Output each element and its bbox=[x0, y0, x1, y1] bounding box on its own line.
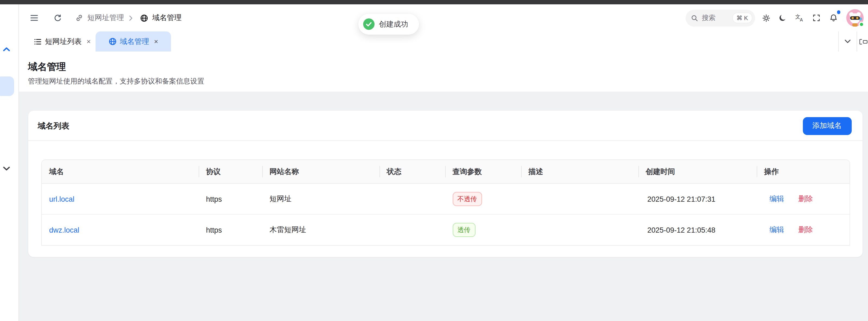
column-header-protocol: 协议 bbox=[198, 167, 262, 177]
delete-link[interactable]: 删除 bbox=[798, 225, 813, 235]
tabs-maximize-button[interactable] bbox=[859, 31, 868, 51]
query-param-badge: 透传 bbox=[453, 223, 475, 237]
protocol-cell: https bbox=[198, 195, 262, 203]
menu-toggle-button[interactable] bbox=[28, 12, 40, 24]
table-row: dwz.local https 木雷短网址 透传 2025-09-12 21:0… bbox=[41, 215, 849, 245]
globe-icon bbox=[140, 14, 148, 22]
toast-message: 创建成功 bbox=[379, 19, 408, 29]
refresh-button[interactable] bbox=[52, 12, 63, 24]
column-header-description: 描述 bbox=[521, 167, 638, 177]
header-separator bbox=[198, 166, 199, 177]
created-at-cell: 2025-09-12 21:05:48 bbox=[638, 226, 756, 234]
add-domain-button[interactable]: 添加域名 bbox=[803, 117, 851, 135]
breadcrumb-separator bbox=[127, 12, 134, 24]
tab-domain-management[interactable]: 域名管理 × bbox=[96, 31, 171, 51]
notification-dot bbox=[837, 10, 840, 14]
header: 短网址管理 域名管理 搜索 ⌘ K bbox=[19, 4, 868, 32]
page-title: 域名管理 bbox=[28, 60, 66, 73]
edit-link[interactable]: 编辑 bbox=[770, 225, 784, 235]
moon-icon bbox=[779, 14, 786, 22]
query-param-badge: 不透传 bbox=[453, 192, 482, 206]
chevron-up-icon bbox=[4, 48, 9, 50]
page-content: 域名列表 添加域名 域名 协议 网站名称 状态 查询参数 描述 创建时间 操作 bbox=[19, 92, 868, 321]
translate-icon: 文 A bbox=[795, 13, 804, 22]
svg-text:A: A bbox=[800, 17, 803, 22]
check-circle-icon bbox=[363, 19, 375, 30]
app-root: 短网址管理 域名管理 搜索 ⌘ K bbox=[0, 0, 868, 321]
site-name-cell: 木雷短网址 bbox=[262, 225, 379, 235]
column-header-domain: 域名 bbox=[41, 167, 198, 177]
menu-icon bbox=[30, 15, 38, 21]
search-shortcut-badge: ⌘ K bbox=[733, 13, 752, 23]
fullscreen-button[interactable] bbox=[810, 12, 823, 24]
toast-notification: 创建成功 bbox=[358, 13, 419, 35]
delete-link[interactable]: 删除 bbox=[798, 194, 813, 204]
column-header-created-at: 创建时间 bbox=[638, 167, 756, 177]
gear-icon bbox=[762, 14, 770, 22]
table-body: url.local https 短网址 不透传 2025-09-12 21:07… bbox=[41, 184, 849, 245]
header-separator bbox=[638, 166, 639, 177]
refresh-icon bbox=[54, 14, 62, 22]
tab-short-url-list[interactable]: 短网址列表 × bbox=[29, 31, 95, 51]
breadcrumb-current[interactable]: 域名管理 bbox=[152, 13, 182, 23]
globe-icon bbox=[108, 37, 117, 45]
table-row: url.local https 短网址 不透传 2025-09-12 21:07… bbox=[41, 184, 849, 215]
breadcrumb-section-icon bbox=[73, 12, 85, 24]
toggle-knob bbox=[376, 227, 386, 237]
breadcrumb-section[interactable]: 短网址管理 bbox=[87, 13, 124, 23]
fullscreen-icon bbox=[813, 14, 820, 22]
dark-mode-button[interactable] bbox=[777, 12, 789, 24]
chevron-right-icon bbox=[128, 15, 133, 21]
search-icon bbox=[691, 14, 698, 22]
header-separator bbox=[756, 166, 757, 177]
tab-bar: 短网址列表 × 域名管理 × bbox=[19, 31, 868, 52]
breadcrumb-current-icon bbox=[138, 12, 150, 24]
sidebar-active-item[interactable] bbox=[0, 76, 14, 96]
domain-list-card: 域名列表 添加域名 域名 协议 网站名称 状态 查询参数 描述 创建时间 操作 bbox=[28, 111, 862, 257]
tab-label: 短网址列表 bbox=[45, 37, 82, 46]
card-title: 域名列表 bbox=[38, 121, 69, 131]
list-icon bbox=[34, 38, 42, 45]
search-placeholder: 搜索 bbox=[702, 13, 733, 23]
created-at-cell: 2025-09-12 21:07:31 bbox=[638, 195, 756, 203]
column-header-query-param: 查询参数 bbox=[445, 167, 521, 177]
language-button[interactable]: 文 A bbox=[794, 12, 806, 24]
sidebar-expand-down-button[interactable] bbox=[2, 165, 11, 172]
domain-link[interactable]: dwz.local bbox=[49, 226, 79, 234]
sidebar-collapse-up-button[interactable] bbox=[2, 45, 11, 53]
search-input[interactable]: 搜索 ⌘ K bbox=[686, 9, 755, 26]
user-avatar[interactable] bbox=[846, 9, 864, 27]
domain-link[interactable]: url.local bbox=[49, 195, 74, 203]
header-separator bbox=[521, 166, 521, 177]
chevron-down-icon bbox=[4, 167, 9, 170]
domain-table: 域名 协议 网站名称 状态 查询参数 描述 创建时间 操作 bbox=[41, 159, 850, 246]
site-name-cell: 短网址 bbox=[262, 194, 379, 204]
tabbar-divider bbox=[857, 31, 857, 51]
window-top-strip bbox=[0, 0, 868, 4]
tab-close-icon[interactable]: × bbox=[154, 38, 158, 45]
card-header: 域名列表 添加域名 bbox=[28, 111, 862, 141]
notifications-button[interactable] bbox=[827, 12, 839, 24]
header-separator bbox=[379, 166, 380, 177]
table-header-row: 域名 协议 网站名称 状态 查询参数 描述 创建时间 操作 bbox=[41, 160, 849, 184]
sidebar-rail bbox=[0, 4, 19, 321]
column-header-status: 状态 bbox=[379, 167, 445, 177]
chevron-down-icon bbox=[844, 39, 851, 44]
protocol-cell: https bbox=[198, 226, 262, 234]
tab-close-icon[interactable]: × bbox=[87, 38, 91, 45]
toggle-knob bbox=[376, 196, 386, 206]
online-status-dot bbox=[859, 22, 864, 27]
bell-icon bbox=[829, 13, 837, 22]
header-separator bbox=[262, 166, 262, 177]
tab-label: 域名管理 bbox=[120, 37, 149, 46]
maximize-tabs-icon bbox=[859, 38, 868, 45]
header-separator bbox=[445, 166, 445, 177]
edit-link[interactable]: 编辑 bbox=[770, 194, 784, 204]
column-header-actions: 操作 bbox=[756, 167, 849, 177]
page-subtitle: 管理短网址使用的域名配置，支持多协议和备案信息设置 bbox=[28, 76, 205, 86]
link-icon bbox=[75, 14, 83, 22]
page-header: 域名管理 管理短网址使用的域名配置，支持多协议和备案信息设置 bbox=[19, 51, 868, 92]
column-header-site-name: 网站名称 bbox=[262, 167, 379, 177]
tabs-dropdown-button[interactable] bbox=[839, 31, 857, 51]
settings-button[interactable] bbox=[760, 12, 772, 24]
